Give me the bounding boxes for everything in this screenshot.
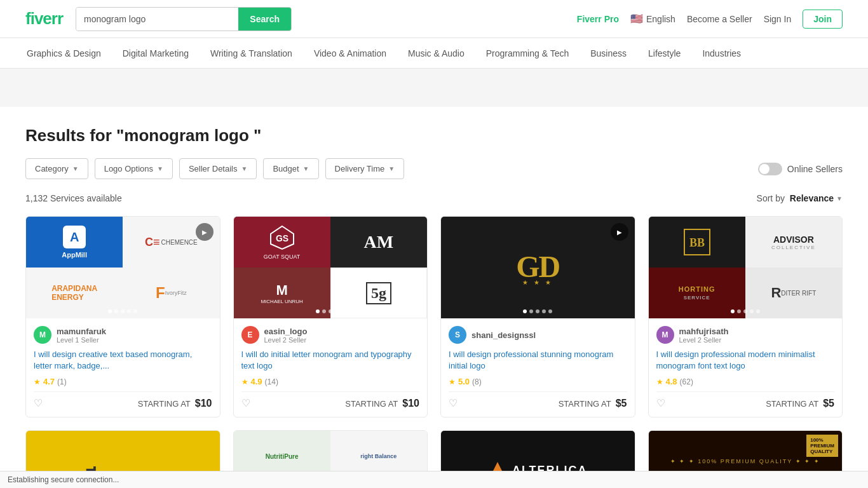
seller-name-2: easin_logo xyxy=(264,327,308,336)
dot xyxy=(737,309,741,313)
heart-icon-1[interactable]: ♡ xyxy=(34,397,43,409)
nav-item-programming[interactable]: Programming & Tech xyxy=(485,38,570,68)
filter-category[interactable]: Category ▼ xyxy=(25,158,88,179)
header: fiverr Search Fiverr Pro 🇺🇸 English Beco… xyxy=(0,0,868,38)
dot xyxy=(529,309,533,313)
carousel-dots xyxy=(108,309,137,313)
filter-logo-options[interactable]: Logo Options ▼ xyxy=(95,158,173,179)
price-2: STARTING AT $10 xyxy=(345,398,419,409)
card-footer-2: ♡ STARTING AT $10 xyxy=(241,391,420,409)
seller-info-4: M mahfujrisath Level 2 Seller xyxy=(656,326,835,344)
star-icon: ★ xyxy=(656,377,663,386)
rating-value-2: 4.9 xyxy=(251,377,262,386)
card-image-1: A AppMill C≡ CHEMENCE ARAPIDANAENERGY F … xyxy=(26,217,220,318)
sign-in-link[interactable]: Sign In xyxy=(764,14,792,24)
nav-item-lifestyle[interactable]: Lifestyle xyxy=(647,38,682,68)
join-button[interactable]: Join xyxy=(803,10,843,29)
card-footer-3: ♡ STARTING AT $5 xyxy=(449,391,627,409)
rating-value-3: 5.0 xyxy=(458,377,470,386)
dot xyxy=(536,309,539,313)
seller-name-4: mahfujrisath xyxy=(679,327,729,336)
main-nav: Graphics & Design Digital Marketing Writ… xyxy=(0,38,868,69)
language-selector[interactable]: 🇺🇸 English xyxy=(630,13,675,25)
filter-seller-details[interactable]: Seller Details ▼ xyxy=(179,158,257,179)
search-input[interactable] xyxy=(76,8,238,30)
search-button[interactable]: Search xyxy=(238,8,291,30)
chevron-down-icon: ▼ xyxy=(241,165,248,172)
rating-value-4: 4.8 xyxy=(666,377,677,386)
review-count-2: (14) xyxy=(265,377,278,386)
price-value-3: $5 xyxy=(616,398,627,409)
nav-item-business[interactable]: Business xyxy=(589,38,628,68)
gig-card-3[interactable]: GD ★ ★ ★ ▶ S xyxy=(440,216,635,417)
price-4: STARTING AT $5 xyxy=(766,398,834,409)
heart-icon-3[interactable]: ♡ xyxy=(449,397,458,409)
carousel-dots xyxy=(523,309,552,313)
header-right: Fiverr Pro 🇺🇸 English Become a Seller Si… xyxy=(577,10,843,29)
gig-card-1[interactable]: A AppMill C≡ CHEMENCE ARAPIDANAENERGY F … xyxy=(25,216,220,417)
carousel-dots xyxy=(316,309,345,313)
gig-card-4[interactable]: BB ADVISORCOLLECTIVE HORTINGSERVICE R DI… xyxy=(648,216,843,417)
filter-delivery-time[interactable]: Delivery Time ▼ xyxy=(325,158,405,179)
filter-budget-label: Budget xyxy=(273,164,299,173)
rating-2: ★ 4.9 (14) xyxy=(241,377,420,386)
become-seller-link[interactable]: Become a Seller xyxy=(687,14,752,24)
status-bar: Establishing secure connection... xyxy=(0,471,868,488)
gig-grid: A AppMill C≡ CHEMENCE ARAPIDANAENERGY F … xyxy=(25,216,843,417)
nav-item-video[interactable]: Video & Animation xyxy=(313,38,388,68)
avatar-2: E xyxy=(241,326,259,344)
dot xyxy=(108,309,112,313)
logo[interactable]: fiverr xyxy=(25,9,63,29)
review-count-1: (1) xyxy=(57,377,67,386)
dot xyxy=(335,309,339,313)
sort-by-dropdown[interactable]: Sort by Relevance ▼ xyxy=(757,193,843,203)
filter-category-label: Category xyxy=(35,164,69,173)
dot xyxy=(316,309,320,313)
nav-item-industries[interactable]: Industries xyxy=(701,38,742,68)
nav-item-digital[interactable]: Digital Marketing xyxy=(121,38,190,68)
status-text: Establishing secure connection... xyxy=(8,475,119,484)
dot xyxy=(542,309,546,313)
dot xyxy=(133,309,137,313)
heart-icon-2[interactable]: ♡ xyxy=(241,397,250,409)
img-cell: BB xyxy=(649,217,745,268)
img-cell: GS GOAT SQUAT xyxy=(234,217,330,268)
seller-level-4: Level 2 Seller xyxy=(679,336,729,344)
online-sellers-switch[interactable] xyxy=(758,163,782,175)
heart-icon-4[interactable]: ♡ xyxy=(656,397,665,409)
nav-item-graphics[interactable]: Graphics & Design xyxy=(25,38,102,68)
results-count: 1,132 Services available xyxy=(25,193,122,203)
play-icon[interactable]: ▶ xyxy=(196,223,214,241)
star-icon: ★ xyxy=(241,377,248,386)
main-content: Results for "monogram logo " Category ▼ … xyxy=(0,107,868,488)
chevron-down-icon: ▼ xyxy=(72,165,79,172)
results-title: Results for "monogram logo " xyxy=(25,126,843,146)
avatar-1: M xyxy=(34,326,51,344)
seller-name-1: mamunfaruk xyxy=(57,327,106,336)
price-1: STARTING AT $10 xyxy=(138,398,212,409)
seller-info-1: M mamunfaruk Level 1 Seller xyxy=(34,326,212,344)
gig-card-2[interactable]: GS GOAT SQUAT AM M MICHAEL UNRUH xyxy=(233,216,428,417)
fiverr-pro-link[interactable]: Fiverr Pro xyxy=(577,14,619,24)
chevron-down-icon: ▼ xyxy=(157,165,163,172)
dot xyxy=(121,309,125,313)
play-icon[interactable]: ▶ xyxy=(611,223,628,241)
filter-budget[interactable]: Budget ▼ xyxy=(263,158,318,179)
avatar-4: M xyxy=(656,326,674,344)
seller-level-1: Level 1 Seller xyxy=(57,336,106,344)
card-body-1: M mamunfaruk Level 1 Seller I will desig… xyxy=(26,318,220,417)
img-cell: GD ★ ★ ★ xyxy=(441,217,635,318)
price-value-2: $10 xyxy=(402,398,419,409)
dot xyxy=(731,309,735,313)
card-body-3: S shani_designssl I will design professi… xyxy=(441,318,635,417)
card-footer-1: ♡ STARTING AT $10 xyxy=(34,391,212,409)
card-body-2: E easin_logo Level 2 Seller I will do in… xyxy=(234,318,428,417)
dot xyxy=(523,309,527,313)
results-bar: 1,132 Services available Sort by Relevan… xyxy=(25,193,843,203)
seller-name-3: shani_designssl xyxy=(471,330,536,340)
rating-1: ★ 4.7 (1) xyxy=(34,377,212,386)
nav-item-writing[interactable]: Writing & Translation xyxy=(209,38,294,68)
price-value-1: $10 xyxy=(195,398,212,409)
seller-level-2: Level 2 Seller xyxy=(264,336,308,344)
nav-item-music[interactable]: Music & Audio xyxy=(407,38,466,68)
